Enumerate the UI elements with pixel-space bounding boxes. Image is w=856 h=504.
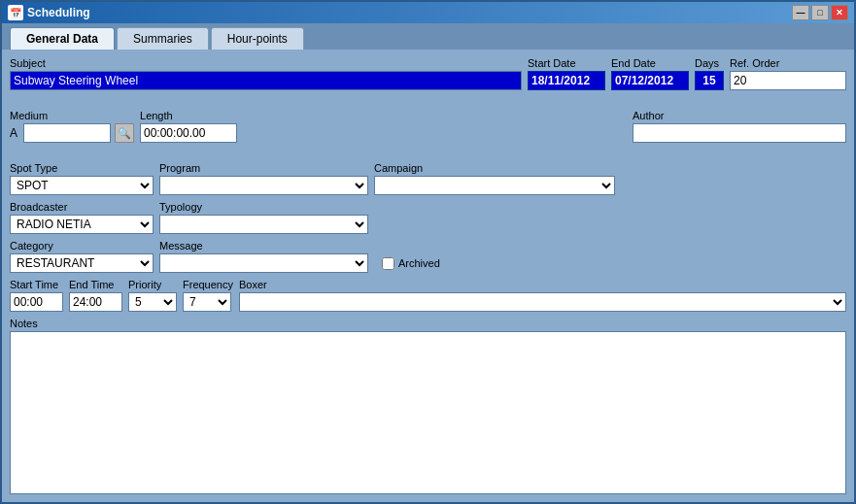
days-group: Days (695, 57, 724, 90)
notes-textarea[interactable] (10, 331, 846, 494)
spot-row: Spot Type SPOT PROMO OTHER Program Campa… (10, 162, 846, 195)
spacer-1 (10, 96, 846, 104)
notes-label: Notes (10, 318, 846, 329)
spot-type-label: Spot Type (10, 162, 154, 174)
author-input[interactable] (633, 123, 846, 143)
start-date-group: Start Date (528, 57, 605, 90)
typology-select[interactable] (159, 215, 368, 234)
medium-input-group: A 🔍 (10, 123, 134, 143)
spacer-3 (10, 149, 846, 156)
subject-input[interactable]: Subway Steering Wheel (10, 71, 522, 90)
tab-summaries[interactable]: Summaries (117, 27, 209, 50)
subject-label: Subject (10, 57, 522, 69)
medium-row: Medium A 🔍 Length Author (10, 110, 846, 143)
start-time-input[interactable] (10, 292, 63, 312)
ref-order-label: Ref. Order (730, 57, 846, 69)
notes-group: Notes (10, 318, 846, 494)
program-select[interactable] (159, 176, 368, 195)
end-date-input[interactable] (611, 71, 689, 90)
category-row: Category RESTAURANT OTHER Message Archiv… (10, 240, 846, 273)
minimize-button[interactable]: — (792, 5, 809, 20)
spot-type-group: Spot Type SPOT PROMO OTHER (10, 162, 154, 195)
category-label: Category (10, 240, 154, 252)
message-label: Message (159, 240, 368, 252)
frequency-group: Frequency 1234567 (183, 279, 233, 312)
archived-group: Archived (382, 257, 440, 270)
end-time-label: End Time (69, 279, 122, 290)
archived-checkbox[interactable] (382, 257, 394, 270)
end-date-group: End Date (611, 57, 689, 90)
start-time-group: Start Time (10, 279, 63, 312)
title-bar: 📅 Scheduling — □ ✕ (2, 2, 854, 23)
ref-order-input[interactable] (730, 71, 846, 90)
length-input[interactable] (140, 123, 237, 143)
maximize-button[interactable]: □ (811, 5, 829, 20)
days-label: Days (695, 57, 724, 69)
close-button[interactable]: ✕ (831, 5, 848, 20)
broadcaster-row: Broadcaster RADIO NETIA OTHER Typology (10, 201, 846, 234)
priority-label: Priority (128, 279, 177, 290)
medium-group: Medium A 🔍 (10, 110, 134, 143)
campaign-group: Campaign (374, 162, 615, 195)
subject-group: Subject Subway Steering Wheel (10, 57, 522, 90)
ref-order-group: Ref. Order (730, 57, 846, 90)
author-group: Author (633, 110, 846, 143)
frequency-label: Frequency (183, 279, 233, 290)
tab-hourpoints[interactable]: Hour-points (211, 27, 304, 50)
time-row: Start Time End Time Priority 1234567 Fre… (10, 279, 846, 312)
message-group: Message (159, 240, 368, 273)
length-label: Length (140, 110, 237, 121)
spot-type-select[interactable]: SPOT PROMO OTHER (10, 176, 154, 195)
tab-bar: General Data Summaries Hour-points (2, 23, 854, 50)
program-label: Program (159, 162, 368, 174)
window-title: Scheduling (27, 6, 90, 19)
author-label: Author (633, 110, 846, 121)
boxer-select[interactable] (239, 292, 846, 312)
category-select[interactable]: RESTAURANT OTHER (10, 253, 154, 273)
broadcaster-label: Broadcaster (10, 201, 154, 213)
window-controls: — □ ✕ (792, 5, 848, 20)
program-group: Program (159, 162, 368, 195)
campaign-label: Campaign (374, 162, 615, 174)
end-date-label: End Date (611, 57, 689, 69)
priority-select[interactable]: 1234567 (128, 292, 177, 312)
boxer-group: Boxer (239, 279, 846, 312)
end-time-input[interactable] (69, 292, 122, 312)
priority-group: Priority 1234567 (128, 279, 177, 312)
broadcaster-select[interactable]: RADIO NETIA OTHER (10, 215, 154, 234)
start-date-input[interactable] (528, 71, 605, 90)
window-icon: 📅 (8, 5, 23, 20)
category-group: Category RESTAURANT OTHER (10, 240, 154, 273)
frequency-select[interactable]: 1234567 (183, 292, 231, 312)
medium-search-button[interactable]: 🔍 (115, 123, 134, 143)
medium-label: Medium (10, 110, 134, 121)
broadcaster-group: Broadcaster RADIO NETIA OTHER (10, 201, 154, 234)
start-time-label: Start Time (10, 279, 63, 290)
form-content: Subject Subway Steering Wheel Start Date… (2, 50, 854, 502)
medium-prefix: A (10, 126, 17, 140)
campaign-select[interactable] (374, 176, 615, 195)
length-group: Length (140, 110, 237, 143)
end-time-group: End Time (69, 279, 122, 312)
tab-general[interactable]: General Data (10, 27, 115, 50)
message-select[interactable] (159, 253, 368, 273)
subject-row: Subject Subway Steering Wheel Start Date… (10, 57, 846, 90)
boxer-label: Boxer (239, 279, 846, 290)
start-date-label: Start Date (528, 57, 605, 69)
typology-label: Typology (159, 201, 368, 213)
days-input[interactable] (695, 71, 724, 90)
medium-input[interactable] (23, 123, 111, 143)
main-window: 📅 Scheduling — □ ✕ General Data Summarie… (0, 0, 856, 504)
typology-group: Typology (159, 201, 368, 234)
archived-label: Archived (398, 257, 440, 269)
